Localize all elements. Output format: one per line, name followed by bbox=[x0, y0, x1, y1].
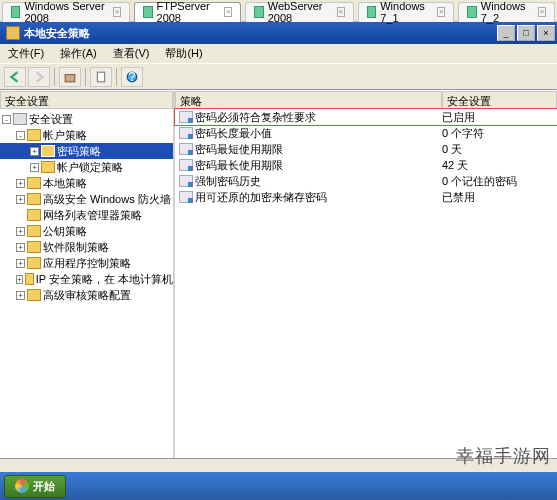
tree-item[interactable]: +应用程序控制策略 bbox=[0, 255, 173, 271]
menu-bar: 文件(F) 操作(A) 查看(V) 帮助(H) bbox=[0, 44, 557, 64]
close-icon[interactable]: × bbox=[224, 7, 232, 17]
vm-tab[interactable]: FTPServer 2008 × bbox=[134, 2, 241, 22]
refresh-button[interactable] bbox=[90, 67, 112, 87]
expander-icon[interactable]: + bbox=[16, 195, 25, 204]
vm-tab[interactable]: WebServer 2008 × bbox=[245, 2, 353, 22]
start-button[interactable]: 开始 bbox=[4, 475, 66, 498]
expander-icon[interactable]: + bbox=[16, 291, 25, 300]
maximize-button[interactable]: □ bbox=[517, 25, 535, 41]
app-icon bbox=[6, 26, 20, 40]
export-button[interactable] bbox=[59, 67, 81, 87]
policy-icon bbox=[179, 127, 193, 139]
folder-icon bbox=[27, 257, 41, 269]
policy-value: 0 个字符 bbox=[442, 126, 557, 141]
expander-icon[interactable]: + bbox=[30, 147, 39, 156]
policy-name: 密码最长使用期限 bbox=[195, 158, 442, 173]
policy-icon bbox=[179, 111, 193, 123]
folder-icon bbox=[27, 225, 41, 237]
taskbar: 开始 bbox=[0, 472, 557, 500]
window-title-bar: 本地安全策略 _ □ × bbox=[0, 22, 557, 44]
policy-name: 密码长度最小值 bbox=[195, 126, 442, 141]
tree-item-label: 公钥策略 bbox=[43, 224, 87, 239]
vm-tab-label: Windows 7_1 bbox=[380, 0, 429, 24]
tree-item[interactable]: +本地策略 bbox=[0, 175, 173, 191]
expander-icon[interactable]: + bbox=[16, 243, 25, 252]
tree-item-label: 本地策略 bbox=[43, 176, 87, 191]
menu-file[interactable]: 文件(F) bbox=[4, 44, 48, 63]
tree-body: - 安全设置 -帐户策略+密码策略+帐户锁定策略+本地策略+高级安全 Windo… bbox=[0, 109, 173, 305]
vm-tab-label: Windows Server 2008 bbox=[24, 0, 105, 24]
policy-name: 强制密码历史 bbox=[195, 174, 442, 189]
folder-icon bbox=[27, 177, 41, 189]
close-icon[interactable]: × bbox=[337, 7, 345, 17]
list-pane: 策略 安全设置 密码必须符合复杂性要求已启用密码长度最小值0 个字符密码最短使用… bbox=[175, 91, 557, 458]
folder-icon bbox=[25, 273, 34, 285]
vm-icon bbox=[254, 6, 263, 18]
tree-item[interactable]: +IP 安全策略，在 本地计算机 bbox=[0, 271, 173, 287]
vm-icon bbox=[11, 6, 20, 18]
tree-item-label: 高级审核策略配置 bbox=[43, 288, 131, 303]
tree-header: 安全设置 bbox=[0, 91, 173, 109]
vm-tab-label: Windows 7_2 bbox=[481, 0, 530, 24]
expander-icon[interactable]: + bbox=[16, 227, 25, 236]
tree-pane: 安全设置 - 安全设置 -帐户策略+密码策略+帐户锁定策略+本地策略+高级安全 … bbox=[0, 91, 175, 458]
tree-item[interactable]: +帐户锁定策略 bbox=[0, 159, 173, 175]
policy-value: 42 天 bbox=[442, 158, 557, 173]
close-icon[interactable]: × bbox=[538, 7, 546, 17]
policy-row[interactable]: 强制密码历史0 个记住的密码 bbox=[175, 173, 557, 189]
forward-button[interactable] bbox=[28, 67, 50, 87]
toolbar: ? bbox=[0, 64, 557, 90]
policy-row[interactable]: 密码必须符合复杂性要求已启用 bbox=[175, 109, 557, 125]
tree-root-label: 安全设置 bbox=[29, 112, 73, 127]
list-header: 策略 安全设置 bbox=[175, 91, 557, 109]
expander-icon[interactable]: - bbox=[2, 115, 11, 124]
tree-item[interactable]: +公钥策略 bbox=[0, 223, 173, 239]
expander-icon[interactable]: + bbox=[16, 259, 25, 268]
tree-item[interactable]: +高级安全 Windows 防火墙 bbox=[0, 191, 173, 207]
tree-item-label: IP 安全策略，在 本地计算机 bbox=[36, 272, 173, 287]
minimize-button[interactable]: _ bbox=[497, 25, 515, 41]
tree-item[interactable]: +密码策略 bbox=[0, 143, 173, 159]
tree-item[interactable]: -帐户策略 bbox=[0, 127, 173, 143]
vm-tab[interactable]: Windows 7_2 × bbox=[458, 2, 555, 22]
policy-row[interactable]: 密码最短使用期限0 天 bbox=[175, 141, 557, 157]
expander-icon[interactable]: + bbox=[16, 179, 25, 188]
tree-root[interactable]: - 安全设置 bbox=[0, 111, 173, 127]
policy-row[interactable]: 密码最长使用期限42 天 bbox=[175, 157, 557, 173]
list-body: 密码必须符合复杂性要求已启用密码长度最小值0 个字符密码最短使用期限0 天密码最… bbox=[175, 109, 557, 458]
tree-item-label: 密码策略 bbox=[57, 144, 101, 159]
policy-row[interactable]: 用可还原的加密来储存密码已禁用 bbox=[175, 189, 557, 205]
close-icon[interactable]: × bbox=[113, 7, 121, 17]
tree-item[interactable]: +软件限制策略 bbox=[0, 239, 173, 255]
expander-icon[interactable]: + bbox=[30, 163, 39, 172]
expander-icon[interactable]: + bbox=[16, 275, 23, 284]
shield-icon bbox=[13, 113, 27, 125]
policy-icon bbox=[179, 175, 193, 187]
close-icon[interactable]: × bbox=[437, 7, 445, 17]
column-policy[interactable]: 策略 bbox=[175, 91, 442, 109]
policy-value: 0 天 bbox=[442, 142, 557, 157]
vm-tab[interactable]: Windows Server 2008 × bbox=[2, 2, 130, 22]
column-setting[interactable]: 安全设置 bbox=[442, 91, 557, 109]
vm-icon bbox=[143, 6, 152, 18]
separator bbox=[116, 68, 117, 86]
menu-action[interactable]: 操作(A) bbox=[56, 44, 101, 63]
help-button[interactable]: ? bbox=[121, 67, 143, 87]
tree-item[interactable]: +高级审核策略配置 bbox=[0, 287, 173, 303]
close-button[interactable]: × bbox=[537, 25, 555, 41]
policy-name: 密码最短使用期限 bbox=[195, 142, 442, 157]
expander-icon[interactable]: - bbox=[16, 131, 25, 140]
tree-item-label: 帐户策略 bbox=[43, 128, 87, 143]
back-button[interactable] bbox=[4, 67, 26, 87]
folder-icon bbox=[41, 145, 55, 157]
vm-tab-label: WebServer 2008 bbox=[268, 0, 329, 24]
tree-item-label: 软件限制策略 bbox=[43, 240, 109, 255]
menu-view[interactable]: 查看(V) bbox=[109, 44, 154, 63]
policy-row[interactable]: 密码长度最小值0 个字符 bbox=[175, 125, 557, 141]
vm-icon bbox=[467, 6, 476, 18]
start-label: 开始 bbox=[33, 479, 55, 494]
menu-help[interactable]: 帮助(H) bbox=[161, 44, 206, 63]
tree-item[interactable]: 网络列表管理器策略 bbox=[0, 207, 173, 223]
vm-tab[interactable]: Windows 7_1 × bbox=[358, 2, 455, 22]
folder-icon bbox=[27, 129, 41, 141]
